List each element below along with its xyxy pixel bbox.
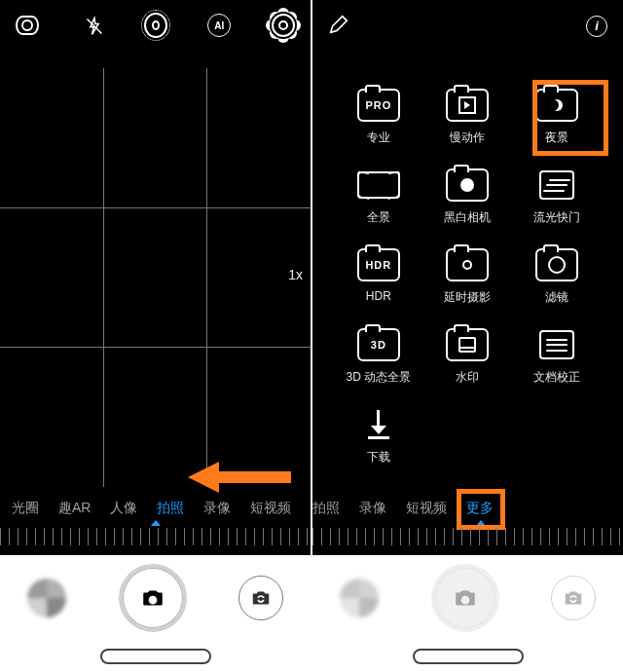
nav-bar: [312, 641, 623, 672]
switch-camera-icon: [563, 587, 584, 609]
mode-shortvideo[interactable]: 短视频: [240, 500, 301, 517]
camera-icon: [140, 585, 165, 611]
gridline: [103, 68, 104, 487]
opt-slowmo[interactable]: 慢动作: [433, 88, 501, 146]
top-icon-bar: AI: [0, 0, 311, 47]
tick-ruler: [0, 528, 311, 545]
opt-filter[interactable]: 滤镜: [523, 247, 591, 306]
mode-shortvideo[interactable]: 短视频: [396, 500, 457, 517]
timelapse-icon: [446, 248, 489, 281]
nav-bar: [0, 641, 311, 672]
gridline: [0, 207, 311, 208]
tick-ruler: [312, 528, 623, 545]
viewfinder[interactable]: 1x: [0, 68, 311, 487]
mode-more[interactable]: 更多: [301, 500, 311, 517]
edit-icon[interactable]: [328, 14, 349, 38]
opt-mono[interactable]: 黑白相机: [433, 168, 501, 226]
info-icon[interactable]: i: [586, 16, 607, 37]
night-icon: [535, 89, 578, 122]
pro-icon: PRO: [357, 89, 400, 122]
switch-camera-button[interactable]: [238, 576, 283, 620]
download-icon: [367, 410, 390, 439]
opt-3dpano[interactable]: 3D3D 动态全景: [345, 327, 413, 386]
lens-icon[interactable]: [144, 14, 167, 37]
side-by-side-screenshots: AI 1x 光圈 趣AR 人像 拍照 录像 短视频 更多: [0, 0, 623, 672]
hdr-icon: HDR: [357, 248, 400, 281]
flash-off-icon[interactable]: [80, 14, 103, 37]
home-pill[interactable]: [100, 649, 211, 664]
panorama-icon: [357, 171, 400, 199]
mode-more[interactable]: 更多: [457, 500, 503, 517]
settings-icon[interactable]: [272, 14, 295, 37]
gridline: [0, 347, 311, 348]
shutter-button[interactable]: [431, 564, 499, 632]
docscan-icon: [539, 330, 574, 359]
watermark-icon: [446, 328, 489, 361]
camera-icon: [453, 585, 478, 611]
more-options-grid: PRO专业 慢动作 夜景 全景 黑白相机 流光快门 HDRHDR 延时摄影 滤镜…: [312, 78, 623, 466]
eye-icon[interactable]: [16, 14, 39, 37]
mode-ar[interactable]: 趣AR: [49, 500, 100, 517]
home-pill[interactable]: [413, 649, 524, 664]
switch-camera-button[interactable]: [551, 576, 596, 620]
mono-icon: [446, 168, 489, 202]
opt-night[interactable]: 夜景: [523, 88, 591, 146]
phone-left-camera-screen: AI 1x 光圈 趣AR 人像 拍照 录像 短视频 更多: [0, 0, 311, 672]
mode-strip[interactable]: 光圈 趣AR 人像 拍照 录像 短视频 更多: [0, 497, 311, 520]
lightpaint-icon: [539, 170, 574, 200]
mode-strip[interactable]: 拍照 录像 短视频 更多: [312, 497, 623, 520]
switch-camera-icon: [250, 587, 272, 609]
shooter-row: [312, 555, 623, 641]
zoom-level[interactable]: 1x: [288, 267, 303, 282]
shutter-button[interactable]: [119, 564, 187, 632]
active-mode-caret-icon: [476, 520, 486, 526]
shooter-row: [0, 555, 311, 641]
gallery-thumbnail[interactable]: [340, 579, 379, 617]
gallery-thumbnail[interactable]: [27, 579, 66, 617]
opt-watermark[interactable]: 水印: [433, 327, 501, 386]
ai-icon[interactable]: AI: [207, 14, 231, 37]
filter-icon: [535, 248, 578, 281]
mode-photo[interactable]: 拍照: [147, 500, 194, 517]
phone-right-more-menu: i PRO专业 慢动作 夜景 全景 黑白相机 流光快门 HDRHDR 延时摄影 …: [312, 0, 623, 672]
opt-docscan[interactable]: 文档校正: [523, 327, 591, 386]
mode-aperture[interactable]: 光圈: [2, 500, 49, 517]
active-mode-caret-icon: [151, 520, 161, 526]
opt-panorama[interactable]: 全景: [345, 168, 413, 226]
opt-hdr[interactable]: HDRHDR: [345, 247, 413, 306]
threed-pano-icon: 3D: [357, 328, 400, 361]
opt-download[interactable]: 下载: [345, 407, 413, 466]
mode-video[interactable]: 录像: [349, 500, 396, 517]
top-icon-bar: i: [312, 0, 623, 44]
mode-video[interactable]: 录像: [194, 500, 240, 517]
mode-portrait[interactable]: 人像: [100, 500, 147, 517]
opt-pro[interactable]: PRO专业: [345, 88, 413, 146]
slowmo-icon: [446, 89, 489, 122]
opt-lightpaint[interactable]: 流光快门: [523, 168, 591, 226]
gridline: [206, 68, 207, 487]
mode-photo[interactable]: 拍照: [312, 500, 349, 517]
opt-timelapse[interactable]: 延时摄影: [433, 247, 501, 306]
